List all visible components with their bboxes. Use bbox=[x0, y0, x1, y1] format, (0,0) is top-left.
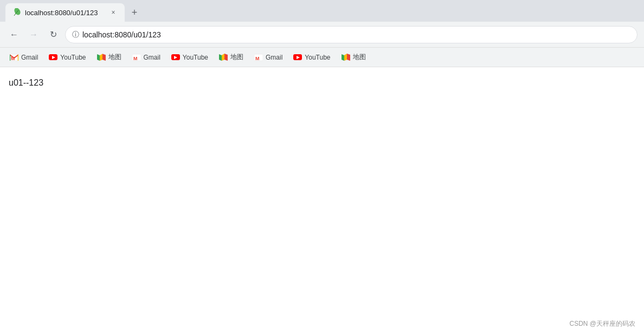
bookmark-label: 地图 bbox=[230, 53, 243, 62]
svg-marker-5 bbox=[100, 54, 102, 61]
bookmark-youtube-2[interactable]: YouTube bbox=[167, 51, 212, 63]
bookmark-gmail-1[interactable]: M Gmail bbox=[5, 51, 42, 64]
forward-button[interactable]: → bbox=[26, 27, 41, 42]
address-bar[interactable]: ⓘ localhost:8080/u01/123 bbox=[65, 26, 637, 43]
maps-icon bbox=[219, 53, 228, 62]
svg-text:M: M bbox=[11, 56, 15, 61]
browser-frame: localhost:8080/u01/123 × + ← → ↻ ⓘ local… bbox=[0, 0, 644, 335]
tab-favicon bbox=[12, 8, 21, 17]
svg-marker-10 bbox=[219, 54, 222, 61]
svg-marker-11 bbox=[222, 54, 224, 61]
gmail-icon: M bbox=[254, 53, 263, 62]
tab-title: localhost:8080/u01/123 bbox=[25, 9, 104, 17]
maps-icon bbox=[97, 53, 106, 62]
youtube-play-icon bbox=[297, 56, 300, 59]
gmail-icon: M bbox=[132, 53, 141, 62]
maps-icon bbox=[342, 53, 350, 62]
tab-close-button[interactable]: × bbox=[108, 8, 118, 17]
page-content: u01--123 CSDN @天秤座的码农 bbox=[0, 67, 644, 335]
bookmark-label: Gmail bbox=[144, 54, 160, 61]
bookmark-youtube-3[interactable]: YouTube bbox=[289, 51, 334, 63]
bookmark-label: YouTube bbox=[60, 54, 86, 61]
bookmark-maps-2[interactable]: 地图 bbox=[215, 50, 248, 64]
bookmark-label: YouTube bbox=[305, 54, 330, 61]
bookmark-label: Gmail bbox=[21, 54, 38, 61]
bookmark-maps-3[interactable]: 地图 bbox=[337, 50, 370, 64]
bookmark-gmail-2[interactable]: M Gmail bbox=[128, 51, 165, 64]
page-body-text: u01--123 bbox=[9, 78, 635, 88]
gmail-icon: M bbox=[10, 53, 18, 62]
bookmark-label: 地图 bbox=[353, 53, 366, 62]
svg-marker-18 bbox=[347, 54, 350, 61]
bookmark-label: Gmail bbox=[266, 54, 282, 61]
youtube-icon bbox=[49, 54, 57, 60]
bookmark-maps-1[interactable]: 地图 bbox=[93, 50, 126, 64]
tab-bar: localhost:8080/u01/123 × + bbox=[0, 0, 644, 22]
forward-icon: → bbox=[29, 30, 38, 40]
youtube-play-icon bbox=[174, 56, 177, 59]
reload-button[interactable]: ↻ bbox=[46, 27, 61, 42]
bookmark-youtube-1[interactable]: YouTube bbox=[44, 51, 90, 63]
new-tab-button[interactable]: + bbox=[127, 5, 142, 20]
svg-text:M: M bbox=[133, 56, 138, 61]
info-icon: ⓘ bbox=[72, 30, 79, 40]
url-port-path: 8080/u01/123 bbox=[114, 30, 161, 39]
active-tab[interactable]: localhost:8080/u01/123 × bbox=[5, 3, 125, 22]
bookmark-gmail-3[interactable]: M Gmail bbox=[250, 51, 287, 64]
nav-bar: ← → ↻ ⓘ localhost:8080/u01/123 bbox=[0, 22, 644, 48]
bookmark-label: YouTube bbox=[183, 54, 208, 61]
reload-icon: ↻ bbox=[50, 29, 57, 40]
svg-marker-17 bbox=[344, 54, 347, 61]
back-button[interactable]: ← bbox=[7, 27, 22, 42]
bookmark-label: 地图 bbox=[108, 53, 121, 62]
svg-marker-16 bbox=[342, 54, 344, 61]
youtube-play-icon bbox=[52, 56, 55, 59]
svg-marker-4 bbox=[97, 54, 100, 61]
url-host: localhost: bbox=[82, 30, 114, 39]
svg-text:M: M bbox=[255, 56, 260, 61]
svg-marker-12 bbox=[224, 54, 228, 61]
bookmarks-bar: M Gmail YouTube 地图 M bbox=[0, 48, 644, 67]
youtube-icon bbox=[171, 54, 180, 60]
watermark: CSDN @天秤座的码农 bbox=[569, 319, 635, 328]
youtube-icon bbox=[293, 54, 302, 60]
url-text: localhost:8080/u01/123 bbox=[82, 30, 630, 39]
back-icon: ← bbox=[10, 30, 18, 40]
